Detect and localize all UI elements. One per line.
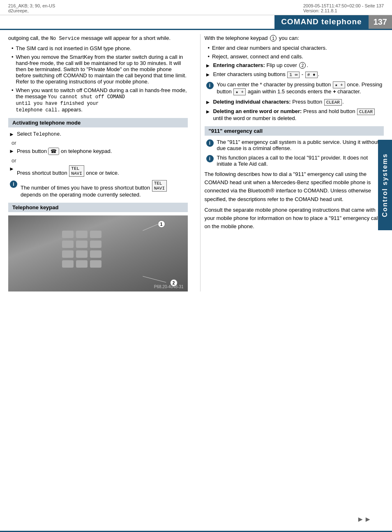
right-column: With the telephone keypad 1 you can: • E… (200, 34, 384, 291)
entering-characters: ► Entering characters: Flip up cover 2. (205, 62, 384, 69)
side-tab: Control systems (378, 140, 392, 230)
no-service-code: No Service (50, 36, 80, 42)
left-column: outgoing call, the No Service message wi… (8, 34, 192, 291)
tel-navi-key: TELNAVI (69, 165, 84, 177)
emergency-para2: Consult the separate mobile phone operat… (205, 206, 384, 231)
keypad-annotations (8, 215, 188, 291)
svg-line-0 (143, 223, 161, 231)
press-shortcut: ► Press shortcut button TELNAVI once or … (8, 165, 188, 177)
emergency-info1: i The "911" emergency call system is a p… (205, 139, 384, 151)
enter-chars-buttons: ► Enter characters using buttons 1 ∞ - #… (205, 71, 384, 78)
image-caption: P68.20-4048-31 (154, 285, 184, 289)
bullet-enter-clear: • Enter and clear numbers and special ch… (205, 45, 384, 51)
intro-paragraph: outgoing call, the No Service message wi… (8, 34, 188, 43)
star-info: i You can enter the * character by press… (205, 81, 384, 95)
press-button-phone: ► Press button ☎ on telephone keypad. (8, 148, 188, 155)
section-title: COMAND telephone (274, 15, 369, 29)
deleting-word: ► Deleting an entire word or number: Pre… (205, 108, 384, 121)
or-1: or (12, 140, 188, 146)
code-block: You cannot shut off COMANDuntil you have… (16, 94, 125, 113)
emergency-header: "911" emergency call (205, 126, 384, 136)
activating-header: Activating telephone mode (8, 118, 188, 127)
keypad-image: 1 2 P68.20-4048-31 (8, 215, 188, 291)
header-left: 216_AKB; 3; 90, en-US d2ureepe, (8, 3, 55, 13)
select-telephone: ► Select Telephone. (8, 131, 188, 137)
svg-line-1 (143, 276, 166, 282)
bullet-sim: • The SIM card is not inserted in GSM ty… (8, 45, 188, 51)
bullet-smartkey: • When you remove the SmartKey from the … (8, 54, 188, 85)
page-header: 216_AKB; 3; 90, en-US d2ureepe, 2009-05-… (0, 0, 392, 15)
deleting-individual: ► Deleting individual characters: Press … (205, 99, 384, 106)
header-right: 2009-05-15T11:47:50+02:00 - Seite 137 Ve… (303, 3, 384, 13)
keypad-header: Telephone keypad (8, 203, 188, 212)
keypad-intro: With the telephone keypad 1 you can: (205, 34, 384, 42)
page-number: 137 (369, 15, 392, 29)
forward-arrows: ►► (357, 515, 371, 524)
emergency-info2: i This function places a call to the loc… (205, 155, 384, 167)
or-2: or (12, 157, 188, 164)
shortcut-info: i The number of times you have to press … (8, 180, 188, 198)
emergency-para1: The following describes how to dial a "9… (205, 170, 384, 204)
bullet-switch-off: • When you want to switch off COMAND dur… (8, 87, 188, 113)
bullet-reject-answer: • Reject, answer, connect and end calls. (205, 53, 384, 60)
